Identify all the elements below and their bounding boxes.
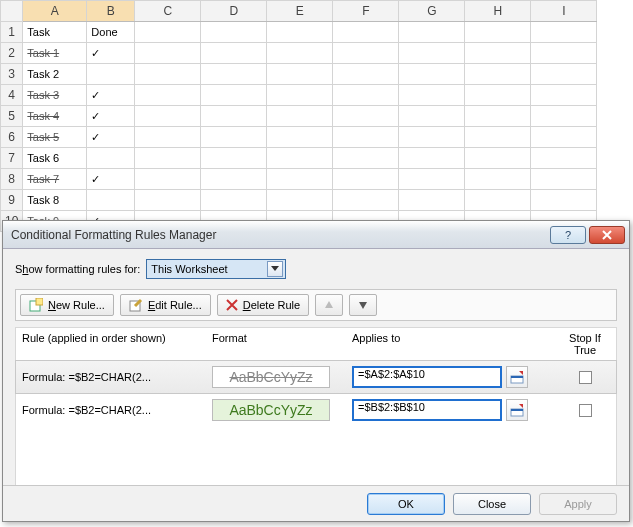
- cell-B8[interactable]: ✓: [87, 169, 135, 190]
- cell-C7[interactable]: [135, 148, 201, 169]
- spreadsheet-grid[interactable]: ABCDEFGHI1TaskDone2Task 1✓3Task 24Task 3…: [0, 0, 597, 232]
- cell-I2[interactable]: [531, 43, 597, 64]
- cell-G8[interactable]: [399, 169, 465, 190]
- cell-C8[interactable]: [135, 169, 201, 190]
- dialog-titlebar[interactable]: Conditional Formatting Rules Manager ?: [3, 221, 629, 249]
- cell-E4[interactable]: [267, 85, 333, 106]
- cell-H4[interactable]: [465, 85, 531, 106]
- cell-F4[interactable]: [333, 85, 399, 106]
- cell-G9[interactable]: [399, 190, 465, 211]
- col-header-B[interactable]: B: [87, 1, 135, 22]
- cell-A2[interactable]: Task 1: [23, 43, 87, 64]
- range-selector-button[interactable]: [506, 366, 528, 388]
- cell-I6[interactable]: [531, 127, 597, 148]
- row-header-1[interactable]: 1: [1, 22, 23, 43]
- col-header-D[interactable]: D: [201, 1, 267, 22]
- cell-A7[interactable]: Task 6: [23, 148, 87, 169]
- cell-I4[interactable]: [531, 85, 597, 106]
- range-selector-button[interactable]: [506, 399, 528, 421]
- cell-G6[interactable]: [399, 127, 465, 148]
- cell-C5[interactable]: [135, 106, 201, 127]
- cell-B1[interactable]: Done: [87, 22, 135, 43]
- move-up-button[interactable]: [315, 294, 343, 316]
- apply-button[interactable]: Apply: [539, 493, 617, 515]
- cell-H9[interactable]: [465, 190, 531, 211]
- cell-A1[interactable]: Task: [23, 22, 87, 43]
- cell-D8[interactable]: [201, 169, 267, 190]
- cell-B3[interactable]: [87, 64, 135, 85]
- col-header-H[interactable]: H: [465, 1, 531, 22]
- cell-D6[interactable]: [201, 127, 267, 148]
- cell-A3[interactable]: Task 2: [23, 64, 87, 85]
- cell-G1[interactable]: [399, 22, 465, 43]
- cell-H6[interactable]: [465, 127, 531, 148]
- col-header-G[interactable]: G: [399, 1, 465, 22]
- cell-A8[interactable]: Task 7: [23, 169, 87, 190]
- row-header-3[interactable]: 3: [1, 64, 23, 85]
- cell-I9[interactable]: [531, 190, 597, 211]
- cell-G3[interactable]: [399, 64, 465, 85]
- cell-C3[interactable]: [135, 64, 201, 85]
- cell-I3[interactable]: [531, 64, 597, 85]
- new-rule-button[interactable]: New Rule...: [20, 294, 114, 316]
- col-header-F[interactable]: F: [333, 1, 399, 22]
- select-all-cell[interactable]: [1, 1, 23, 22]
- cell-D4[interactable]: [201, 85, 267, 106]
- row-header-5[interactable]: 5: [1, 106, 23, 127]
- close-window-button[interactable]: [589, 226, 625, 244]
- stop-if-true-checkbox[interactable]: [579, 371, 592, 384]
- delete-rule-button[interactable]: Delete Rule: [217, 294, 310, 316]
- cell-H7[interactable]: [465, 148, 531, 169]
- cell-C4[interactable]: [135, 85, 201, 106]
- cell-C1[interactable]: [135, 22, 201, 43]
- cell-G5[interactable]: [399, 106, 465, 127]
- col-header-A[interactable]: A: [23, 1, 87, 22]
- cell-I8[interactable]: [531, 169, 597, 190]
- cell-A9[interactable]: Task 8: [23, 190, 87, 211]
- cell-H8[interactable]: [465, 169, 531, 190]
- cell-D7[interactable]: [201, 148, 267, 169]
- cell-F3[interactable]: [333, 64, 399, 85]
- cell-I7[interactable]: [531, 148, 597, 169]
- cell-D3[interactable]: [201, 64, 267, 85]
- cell-D2[interactable]: [201, 43, 267, 64]
- cell-A6[interactable]: Task 5: [23, 127, 87, 148]
- applies-to-input[interactable]: =$A$2:$A$10: [352, 366, 502, 388]
- cell-E6[interactable]: [267, 127, 333, 148]
- move-down-button[interactable]: [349, 294, 377, 316]
- cell-H2[interactable]: [465, 43, 531, 64]
- cell-F5[interactable]: [333, 106, 399, 127]
- row-header-8[interactable]: 8: [1, 169, 23, 190]
- scope-combobox[interactable]: This Worksheet: [146, 259, 286, 279]
- row-header-2[interactable]: 2: [1, 43, 23, 64]
- applies-to-input[interactable]: =$B$2:$B$10: [352, 399, 502, 421]
- stop-if-true-checkbox[interactable]: [579, 404, 592, 417]
- col-header-I[interactable]: I: [531, 1, 597, 22]
- cell-B4[interactable]: ✓: [87, 85, 135, 106]
- cell-A5[interactable]: Task 4: [23, 106, 87, 127]
- cell-I1[interactable]: [531, 22, 597, 43]
- cell-I5[interactable]: [531, 106, 597, 127]
- cell-F6[interactable]: [333, 127, 399, 148]
- cell-E2[interactable]: [267, 43, 333, 64]
- rule-row[interactable]: Formula: =$B2=CHAR(2...AaBbCcYyZz=$A$2:$…: [15, 360, 617, 394]
- cell-C9[interactable]: [135, 190, 201, 211]
- cell-E7[interactable]: [267, 148, 333, 169]
- cell-E1[interactable]: [267, 22, 333, 43]
- ok-button[interactable]: OK: [367, 493, 445, 515]
- cell-E5[interactable]: [267, 106, 333, 127]
- cell-B6[interactable]: ✓: [87, 127, 135, 148]
- edit-rule-button[interactable]: Edit Rule...: [120, 294, 211, 316]
- cell-G2[interactable]: [399, 43, 465, 64]
- col-header-E[interactable]: E: [267, 1, 333, 22]
- cell-B2[interactable]: ✓: [87, 43, 135, 64]
- cell-C6[interactable]: [135, 127, 201, 148]
- col-header-C[interactable]: C: [135, 1, 201, 22]
- cell-H1[interactable]: [465, 22, 531, 43]
- row-header-4[interactable]: 4: [1, 85, 23, 106]
- cell-C2[interactable]: [135, 43, 201, 64]
- cell-B9[interactable]: [87, 190, 135, 211]
- cell-D9[interactable]: [201, 190, 267, 211]
- cell-F8[interactable]: [333, 169, 399, 190]
- rule-row[interactable]: Formula: =$B2=CHAR(2...AaBbCcYyZz=$B$2:$…: [16, 393, 616, 427]
